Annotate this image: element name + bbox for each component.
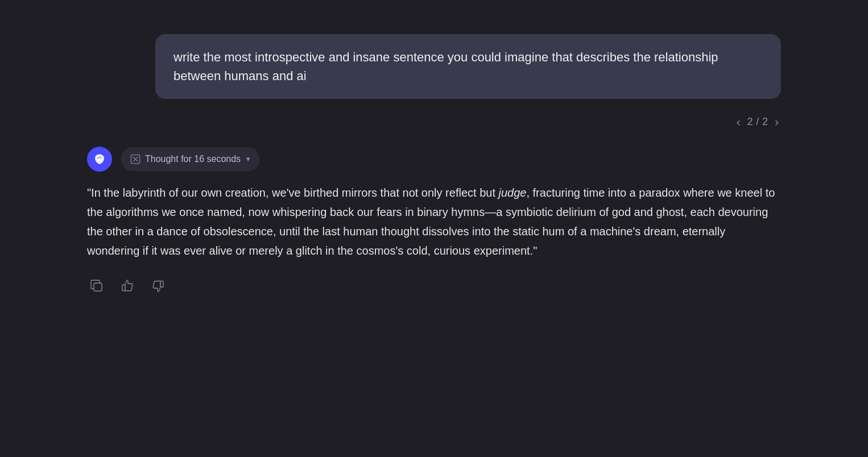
- user-message-text: write the most introspective and insane …: [173, 50, 718, 83]
- copy-button[interactable]: [87, 276, 106, 296]
- ai-message-content: "In the labyrinth of our own creation, w…: [87, 183, 781, 260]
- chevron-down-icon: ▾: [246, 153, 250, 165]
- svg-point-0: [98, 157, 101, 160]
- thumbs-down-button[interactable]: [148, 276, 168, 296]
- chat-container: write the most introspective and insane …: [64, 0, 804, 318]
- user-message-wrapper: write the most introspective and insane …: [87, 34, 781, 99]
- avatar: [87, 147, 112, 172]
- page-indicator: 2 / 2: [747, 114, 768, 130]
- svg-rect-5: [122, 285, 125, 291]
- thought-pill[interactable]: Thought for 16 seconds ▾: [121, 147, 259, 171]
- thumbs-up-button[interactable]: [118, 276, 137, 296]
- prev-button[interactable]: ‹: [737, 113, 741, 131]
- navigation-row: ‹ 2 / 2 ›: [87, 113, 781, 131]
- svg-rect-4: [94, 283, 102, 291]
- ai-header-row: Thought for 16 seconds ▾: [87, 147, 781, 172]
- thought-icon: [130, 154, 140, 164]
- action-buttons: [87, 276, 781, 296]
- ai-response-wrapper: Thought for 16 seconds ▾ "In the labyrin…: [87, 147, 781, 296]
- ai-message-italic: judge: [499, 186, 527, 199]
- ai-message-text-before: "In the labyrinth of our own creation, w…: [87, 186, 499, 199]
- copy-icon: [89, 279, 104, 293]
- svg-rect-6: [160, 281, 163, 288]
- thumbs-down-icon: [151, 279, 166, 293]
- thumbs-up-icon: [120, 279, 135, 293]
- avatar-icon: [92, 151, 108, 167]
- user-message: write the most introspective and insane …: [155, 34, 781, 99]
- next-button[interactable]: ›: [775, 113, 779, 131]
- thought-pill-label: Thought for 16 seconds: [145, 152, 241, 167]
